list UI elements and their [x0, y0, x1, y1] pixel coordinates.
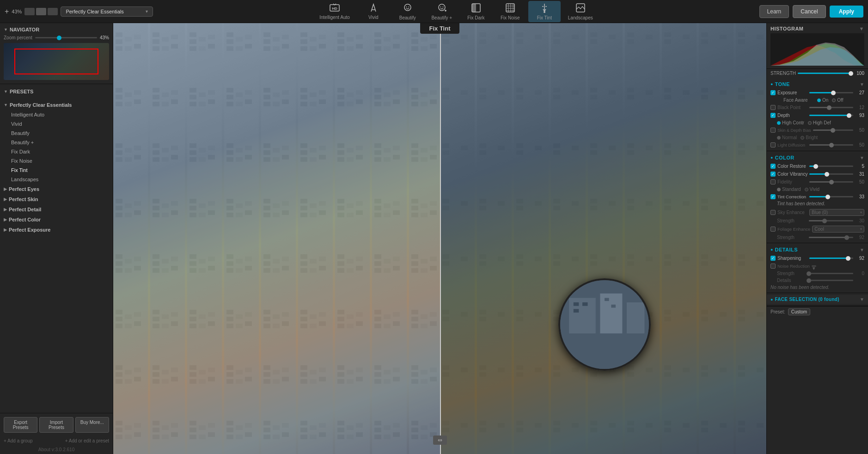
- tint-correction-slider[interactable]: [809, 196, 853, 197]
- details-enabled-icon[interactable]: ●: [770, 247, 773, 252]
- face-selection-title: FACE SELECTION (0 found): [775, 297, 839, 302]
- color-vibrancy-slider[interactable]: [809, 173, 853, 175]
- preset-group-exposure[interactable]: ▶ Perfect Exposure: [0, 225, 113, 235]
- color-vibrancy-check[interactable]: ✓: [770, 172, 776, 177]
- face-aware-off[interactable]: Off: [832, 98, 843, 103]
- export-presets-button[interactable]: Export Presets: [4, 417, 37, 433]
- strength-row: STRENGTH 100: [767, 69, 868, 78]
- preset-group-color[interactable]: ▶ Perfect Color: [0, 215, 113, 225]
- skin-depth-check[interactable]: [770, 128, 776, 133]
- histogram-collapse-icon[interactable]: ▼: [859, 26, 864, 31]
- cancel-button[interactable]: Cancel: [793, 5, 825, 18]
- svg-rect-43: [574, 302, 579, 306]
- preset-group-detail[interactable]: ▶ Perfect Detail: [0, 204, 113, 215]
- light-diffusion-slider[interactable]: [809, 144, 853, 146]
- image-canvas[interactable]: ⇔: [113, 23, 766, 454]
- preset-item-intelligent-auto[interactable]: Intelligent Auto: [0, 110, 113, 119]
- preset-item-beautify[interactable]: Beautify: [0, 129, 113, 138]
- preset-bottom-value[interactable]: Custom: [788, 308, 810, 315]
- preset-item-fix-tint[interactable]: Fix Tint: [0, 166, 113, 175]
- color-restore-value: 5: [855, 164, 864, 169]
- preset-item-vivid[interactable]: Vivid: [0, 119, 113, 129]
- buy-more-button[interactable]: Buy More...: [75, 417, 109, 433]
- noise-details-slider[interactable]: [809, 280, 853, 281]
- exposure-slider[interactable]: [809, 92, 853, 93]
- split-handle[interactable]: ⇔: [433, 436, 447, 445]
- preset-name-label: Perfectly Clear Essentials: [66, 9, 123, 14]
- black-point-check[interactable]: [770, 105, 776, 110]
- import-presets-button[interactable]: Import Presets: [39, 417, 73, 433]
- zoom-slider-thumb[interactable]: [57, 36, 61, 40]
- sky-enhance-dropdown[interactable]: Blue (0) ▾: [809, 209, 864, 216]
- fidelity-vivid[interactable]: Vivid: [805, 187, 820, 192]
- depth-options-row: High Contr High Def: [767, 119, 868, 126]
- tool-landscapes[interactable]: Landscapes: [562, 1, 599, 22]
- face-selection-header[interactable]: ● FACE SELECTION (0 found) ▼: [767, 295, 868, 304]
- preset-selector[interactable]: Perfectly Clear Essentials ▾: [61, 6, 153, 17]
- tone-header[interactable]: ● TONE ▼: [767, 80, 868, 89]
- preset-group-essentials[interactable]: ▼ Perfectly Clear Essentials: [0, 100, 113, 110]
- black-point-slider[interactable]: [809, 107, 853, 108]
- tone-enabled-icon[interactable]: ●: [770, 82, 773, 86]
- layout-split[interactable]: [36, 8, 46, 15]
- zoom-slider[interactable]: [35, 37, 97, 38]
- preset-item-landscapes[interactable]: Landscapes: [0, 175, 113, 184]
- sharpening-label: Sharpening: [777, 256, 807, 261]
- add-button[interactable]: +: [5, 7, 9, 16]
- sharpening-check[interactable]: ✓: [770, 256, 776, 261]
- layout-grid[interactable]: [48, 8, 58, 15]
- skin-depth-normal[interactable]: Normal: [777, 135, 797, 140]
- preset-item-beautify-plus[interactable]: Beautify +: [0, 138, 113, 147]
- depth-check[interactable]: ✓: [770, 113, 776, 118]
- depth-high-def[interactable]: High Def: [808, 120, 831, 125]
- tool-label-beautify: Beautify: [399, 15, 416, 20]
- color-restore-check[interactable]: ✓: [770, 164, 776, 169]
- strength-slider[interactable]: [798, 73, 851, 74]
- depth-slider[interactable]: [809, 115, 853, 116]
- foliage-enhance-check[interactable]: [770, 227, 776, 232]
- svg-rect-47: [611, 305, 616, 308]
- apply-button[interactable]: Apply: [830, 6, 863, 18]
- tool-fix-dark[interactable]: Fix Dark: [460, 1, 492, 22]
- tool-fix-tint[interactable]: Fix Tint: [528, 1, 561, 22]
- color-restore-slider[interactable]: [809, 166, 853, 167]
- noise-section-collapse[interactable]: ▼: [812, 266, 816, 271]
- tool-fix-noise[interactable]: Fix Noise: [494, 1, 526, 22]
- fidelity-check[interactable]: [770, 179, 776, 184]
- foliage-enhance-dropdown[interactable]: Cool ▾: [812, 226, 864, 233]
- sharpening-slider[interactable]: [809, 258, 853, 259]
- layout-single[interactable]: [24, 8, 35, 15]
- tool-intelligent-auto[interactable]: HD Intelligent Auto: [314, 1, 355, 22]
- preset-item-fix-noise[interactable]: Fix Noise: [0, 156, 113, 166]
- color-enabled-icon[interactable]: ●: [770, 155, 773, 160]
- noise-reduction-check[interactable]: [770, 264, 776, 269]
- sky-enhance-check[interactable]: [770, 210, 776, 215]
- face-aware-on[interactable]: On: [817, 98, 828, 103]
- tint-correction-check[interactable]: ✓: [770, 194, 776, 199]
- foliage-strength-slider[interactable]: [809, 237, 853, 238]
- exposure-check[interactable]: ✓: [770, 90, 776, 95]
- preset-item-fix-dark[interactable]: Fix Dark: [0, 147, 113, 156]
- color-header[interactable]: ● COLOR ▼: [767, 153, 868, 162]
- add-group-link[interactable]: + Add a group: [4, 438, 33, 443]
- light-diffusion-check[interactable]: [770, 142, 776, 147]
- depth-row: ✓ Depth 93: [767, 111, 868, 119]
- preset-group-eyes[interactable]: ▶ Perfect Eyes: [0, 184, 113, 194]
- depth-high-contr[interactable]: High Contr: [777, 120, 804, 125]
- skin-depth-slider[interactable]: [813, 129, 853, 131]
- noise-strength-slider[interactable]: [809, 273, 853, 274]
- skin-depth-bright[interactable]: Bright: [801, 135, 818, 140]
- tool-beautify-plus[interactable]: Beautify +: [426, 1, 458, 22]
- fidelity-slider[interactable]: [809, 181, 853, 183]
- details-header[interactable]: ● DETAILS ▼: [767, 245, 868, 254]
- add-preset-link[interactable]: + Add or edit a preset: [65, 438, 109, 443]
- sharpening-value: 92: [855, 256, 864, 261]
- learn-button[interactable]: Learn: [759, 5, 789, 18]
- sky-strength-slider[interactable]: [809, 220, 853, 221]
- foliage-enhance-dropdown-arrow: ▾: [860, 227, 862, 231]
- nav-thumbnail[interactable]: [4, 43, 109, 80]
- preset-group-skin[interactable]: ▶ Perfect Skin: [0, 194, 113, 204]
- tool-beautify[interactable]: Beautify: [391, 1, 424, 22]
- fidelity-standard[interactable]: Standard: [777, 187, 801, 192]
- tool-vivid[interactable]: Vivid: [357, 1, 390, 22]
